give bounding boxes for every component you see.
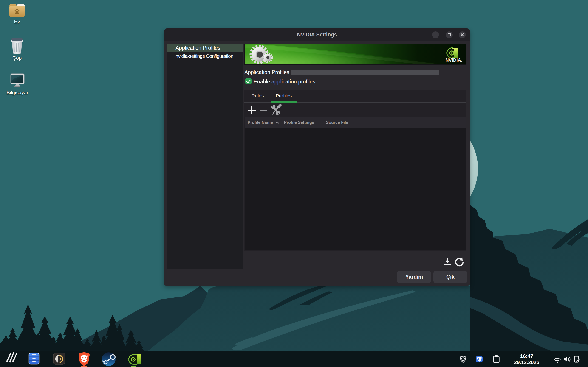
svg-text:NVIDIA.: NVIDIA. <box>445 58 462 63</box>
